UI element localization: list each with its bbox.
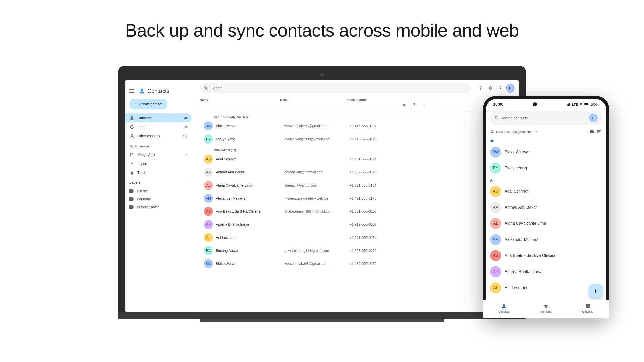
lte-label: LTE bbox=[572, 103, 578, 106]
contact-name-cell: AA Ahmad Abu Bakar bbox=[204, 168, 284, 177]
contact-avatar: BA bbox=[204, 246, 213, 255]
phone-search-bar: Search contacts E bbox=[490, 111, 602, 125]
table-row[interactable]: AB Ana Beatriz da Silva Oliveira anabeaa… bbox=[200, 205, 515, 218]
info-icon: ⓘ bbox=[183, 133, 188, 139]
table-row[interactable]: BW Blake Weaver weaver.blake98@gmail.com… bbox=[200, 257, 515, 270]
sidebar-item-contacts[interactable]: Contacts 39 bbox=[125, 113, 192, 122]
contact-phone: +1 201-555-0134 bbox=[350, 236, 400, 240]
contacts-badge: 39 bbox=[184, 116, 188, 120]
create-contact-label: Create contact bbox=[139, 102, 162, 106]
sidebar-item-merge[interactable]: Merge & fix 4 bbox=[125, 150, 192, 159]
contact-avatar: BW bbox=[204, 259, 213, 268]
organize-tab-label: Organize bbox=[582, 310, 593, 313]
email-column-header: Email bbox=[280, 98, 346, 110]
devices-container: Contacts + Create contact Con bbox=[45, 66, 599, 322]
battery-percent: 100% bbox=[590, 103, 599, 106]
label-project-clover[interactable]: Project Clover bbox=[125, 203, 196, 211]
svg-point-2 bbox=[131, 134, 133, 136]
sidebar: Contacts + Create contact Con bbox=[125, 80, 196, 312]
create-contact-button[interactable]: + Create contact bbox=[129, 99, 167, 109]
person-icon bbox=[129, 115, 134, 120]
contact-name-cell: EY Evelyn Yang bbox=[204, 134, 284, 144]
phone-nav-contacts[interactable]: Contacts bbox=[486, 302, 525, 314]
phone-nav-organize[interactable]: Organize bbox=[567, 302, 606, 314]
list-item[interactable]: AB Ana Beatriz da Silva Oliveira bbox=[486, 248, 606, 264]
phone-contact-avatar: AL bbox=[490, 282, 501, 293]
contacts-nav-label: Contacts bbox=[137, 116, 152, 120]
sidebar-item-trash[interactable]: Trash bbox=[125, 168, 192, 177]
menu-icon[interactable] bbox=[129, 89, 134, 93]
add-label-button[interactable]: + bbox=[189, 179, 192, 185]
table-row[interactable]: EY Evelyn Yang evelyn.yang1998@gmail.com… bbox=[200, 132, 515, 146]
print-button[interactable]: 🖨 bbox=[400, 100, 408, 108]
contact-name-cell: BW Blake Weaver bbox=[204, 259, 284, 268]
status-icons: LTE 100% bbox=[567, 103, 599, 106]
svg-rect-15 bbox=[588, 306, 590, 308]
battery-icon bbox=[584, 103, 589, 106]
highlights-nav-icon bbox=[543, 303, 549, 309]
phone-contact-avatar: BW bbox=[490, 147, 501, 158]
contact-email: alana.cl@yahoo.com bbox=[284, 183, 350, 187]
label-icon bbox=[129, 197, 134, 201]
history-icon bbox=[129, 124, 134, 129]
label-clients[interactable]: Clients bbox=[125, 187, 196, 195]
app-name-label: Contacts bbox=[147, 88, 169, 94]
svg-rect-5 bbox=[568, 104, 569, 106]
contact-name: Alexander Meinerz bbox=[216, 196, 245, 200]
phone-contact-avatar: AL bbox=[490, 218, 501, 229]
contacts-tab-label: Contacts bbox=[499, 310, 509, 313]
contact-name-cell: AM Alexander Meinerz bbox=[204, 194, 284, 203]
phone-user-avatar[interactable]: E bbox=[589, 114, 598, 122]
list-item[interactable]: AM Alexander Meinerz bbox=[486, 232, 606, 248]
contact-avatar: AP bbox=[204, 220, 213, 229]
apps-button[interactable]: ⋮⋮⋮ bbox=[496, 84, 505, 93]
laptop-stand bbox=[200, 319, 444, 322]
table-row[interactable]: AA Ahmad Abu Bakar ahmad_ab@hotmail.com … bbox=[200, 166, 515, 179]
sidebar-item-frequent[interactable]: Frequent 26 bbox=[125, 122, 192, 131]
sort-button[interactable]: ☰ bbox=[430, 100, 438, 108]
phone-contact-name: Aparna Bhattacharya bbox=[505, 269, 542, 274]
table-row[interactable]: AL Arif Lesmono +1 201-555-0134 bbox=[200, 231, 515, 244]
main-content: ? ⚙ ⋮⋮⋮ E Name Email Phone number bbox=[196, 80, 519, 312]
list-item[interactable]: EY Evelyn Yang bbox=[486, 160, 606, 176]
list-item[interactable]: AL Arif Lesmono bbox=[486, 280, 606, 296]
table-row[interactable]: AL Alana Cavalcante Lima alana.cl@yahoo.… bbox=[200, 179, 515, 192]
help-button[interactable]: ? bbox=[476, 84, 485, 93]
list-item[interactable]: AL Alana Cavalcante Lima bbox=[486, 215, 606, 232]
table-row[interactable]: BA Bintang Anwar anwarbintang11@gmail.co… bbox=[200, 244, 515, 257]
phone-inner: 10:00 LTE 100% Search contacts E e bbox=[486, 99, 606, 315]
phone-starred-section: ★ bbox=[486, 136, 606, 144]
table-row[interactable]: BW Blake Weaver weaver.blake98@gmail.com… bbox=[200, 119, 515, 132]
list-item[interactable]: AS Adal Schmidt bbox=[486, 183, 606, 199]
svg-rect-13 bbox=[588, 304, 590, 306]
user-avatar[interactable]: E bbox=[506, 84, 515, 93]
table-row[interactable]: AS Adal Schmidt +1 491-555-0164 bbox=[200, 153, 515, 166]
list-item[interactable]: AA Ahmad Aby Bakar bbox=[486, 199, 606, 215]
phone-nav-highlights[interactable]: Highlights bbox=[525, 302, 567, 314]
svg-rect-6 bbox=[569, 103, 570, 106]
list-item[interactable]: AP Aparna Bhattacharya bbox=[486, 264, 606, 280]
fab-button[interactable]: + bbox=[589, 284, 603, 298]
search-input[interactable] bbox=[211, 86, 467, 90]
trash-label: Trash bbox=[137, 171, 146, 175]
contact-avatar: AS bbox=[204, 155, 213, 164]
export-button[interactable]: ⬆ bbox=[410, 100, 418, 108]
list-item[interactable]: BW Blake Weaver bbox=[486, 144, 606, 160]
phone-section-a: A bbox=[486, 176, 606, 183]
sidebar-item-other-contacts[interactable]: Other contacts ⓘ bbox=[125, 131, 192, 141]
sidebar-item-import[interactable]: Import bbox=[125, 159, 192, 168]
labels-title: Labels bbox=[129, 180, 140, 184]
contacts-app: Contacts + Create contact Con bbox=[125, 80, 519, 312]
svg-rect-8 bbox=[588, 104, 588, 105]
more-button[interactable]: ⋮ bbox=[420, 100, 428, 108]
account-icon bbox=[490, 130, 494, 134]
contacts-section-label: CONTACTS (39) bbox=[200, 146, 515, 153]
contact-phone: +1 551-555-0157 bbox=[350, 209, 400, 213]
contact-name: Arif Lesmono bbox=[216, 236, 236, 240]
table-row[interactable]: AM Alexander Meinerz meinerz.alexander@w… bbox=[200, 192, 515, 205]
person-nav-icon bbox=[501, 303, 507, 309]
label-personal[interactable]: Personal bbox=[125, 195, 196, 203]
merge-badge: 4 bbox=[186, 153, 188, 156]
contact-name: Blake Weaver bbox=[216, 262, 238, 266]
table-row[interactable]: AP Aparna Bhattacharya +1 919-555-0162 bbox=[200, 218, 515, 231]
